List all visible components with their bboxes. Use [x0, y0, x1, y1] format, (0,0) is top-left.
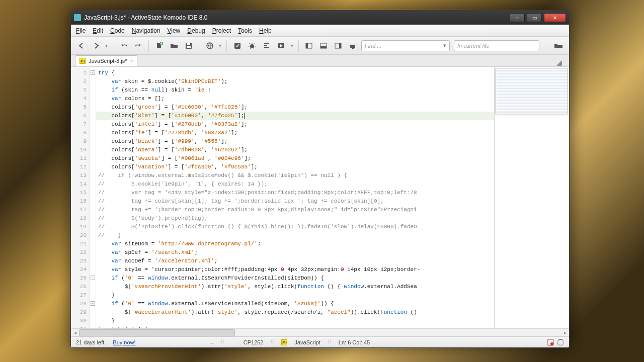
js-icon: JS [281, 339, 287, 345]
minimap-viewport[interactable] [496, 68, 568, 114]
svg-rect-4 [187, 46, 191, 48]
editor: 1234567891011121314151617181920212223242… [71, 67, 569, 328]
fullscreen-button[interactable] [347, 39, 359, 52]
save-button[interactable] [182, 39, 195, 52]
svg-rect-10 [306, 43, 308, 48]
line-number-gutter[interactable]: 1234567891011121314151617181920212223242… [71, 67, 90, 328]
find-scope[interactable]: In current file [454, 40, 539, 51]
app-icon [74, 14, 81, 21]
toolbar: ▾ ▾ ▾ Find ... In current file [71, 37, 569, 55]
undo-button[interactable] [117, 39, 130, 52]
syntax-check-button[interactable] [231, 39, 244, 52]
horizontal-scrollbar[interactable]: ◂ ▸ [71, 328, 569, 336]
svg-point-7 [250, 44, 254, 48]
maximize-button[interactable]: ▭ [527, 13, 542, 22]
statusbar: 21 days left. Buy now! – ⠿ CP1252 ⠿ JS J… [71, 336, 569, 347]
panel-right-button[interactable] [332, 39, 345, 52]
cursor-position: Ln: 6 Col: 45 [339, 339, 370, 345]
scroll-right-icon[interactable]: ▸ [561, 330, 569, 335]
language-selector[interactable]: JavaScript [294, 339, 320, 345]
handle-icon[interactable]: ⠿ [220, 339, 224, 345]
open-folder-button[interactable] [552, 39, 565, 52]
minimap[interactable] [495, 67, 569, 328]
editor-tab[interactable]: JS JavaScript-3.js* × [75, 55, 137, 66]
close-tab-icon[interactable]: × [130, 58, 133, 64]
browser-preview-button[interactable] [203, 39, 216, 52]
svg-rect-16 [352, 48, 354, 49]
sidepane-toggle[interactable]: ◢ [553, 58, 565, 66]
titlebar[interactable]: JavaScript-3.js* - ActiveState Komodo ID… [71, 11, 569, 25]
svg-rect-3 [187, 43, 190, 45]
status-dash: – [210, 339, 213, 345]
menu-navigation[interactable]: Navigation [132, 27, 160, 34]
scroll-left-icon[interactable]: ◂ [71, 330, 79, 335]
format-button[interactable] [261, 39, 273, 52]
activity-icon [557, 339, 564, 346]
app-window: JavaScript-3.js* - ActiveState Komodo ID… [70, 10, 570, 348]
redo-button[interactable] [132, 39, 144, 52]
menu-debug[interactable]: Debug [187, 27, 205, 34]
tabbar: JS JavaScript-3.js* × ◢ [71, 55, 569, 67]
menu-file[interactable]: File [76, 27, 86, 34]
menubar: File Edit Code Navigation View Debug Pro… [71, 25, 569, 37]
menu-help[interactable]: Help [259, 27, 272, 34]
panel-left-button[interactable] [303, 39, 315, 52]
js-icon: JS [79, 58, 86, 64]
handle-icon[interactable]: ⠿ [328, 339, 332, 345]
back-button[interactable] [75, 39, 88, 52]
new-file-button[interactable] [153, 39, 166, 52]
panel-bottom-button[interactable] [317, 39, 330, 52]
menu-view[interactable]: View [167, 27, 180, 34]
encoding-selector[interactable]: CP1252 [244, 339, 264, 345]
svg-rect-15 [350, 45, 355, 48]
sync-icon[interactable] [547, 339, 554, 346]
menu-code[interactable]: Code [110, 27, 125, 34]
trial-status: 21 days left. [76, 339, 106, 345]
svg-point-18 [550, 342, 553, 345]
tab-label: JavaScript-3.js* [89, 58, 127, 64]
open-button[interactable] [168, 39, 180, 52]
fold-column[interactable]: --- [90, 67, 96, 328]
minimize-button[interactable]: ─ [510, 13, 525, 22]
svg-rect-14 [339, 43, 341, 48]
code-content[interactable]: try { var skin = $.cookie('SkinDPCeBIT')… [96, 67, 494, 328]
close-button[interactable]: ✕ [544, 13, 566, 22]
menu-tools[interactable]: Tools [238, 27, 252, 34]
scrollbar-thumb[interactable] [79, 329, 235, 336]
find-input[interactable]: Find ... [361, 40, 450, 51]
debug-button[interactable] [246, 39, 258, 52]
svg-rect-12 [320, 46, 327, 48]
buy-now-link[interactable]: Buy now! [113, 339, 135, 345]
handle-icon[interactable]: ⠿ [270, 339, 274, 345]
window-title: JavaScript-3.js* - ActiveState Komodo ID… [84, 14, 207, 21]
menu-edit[interactable]: Edit [93, 27, 103, 34]
run-button[interactable] [275, 39, 288, 52]
menu-project[interactable]: Project [212, 27, 231, 34]
forward-button[interactable] [90, 39, 102, 52]
